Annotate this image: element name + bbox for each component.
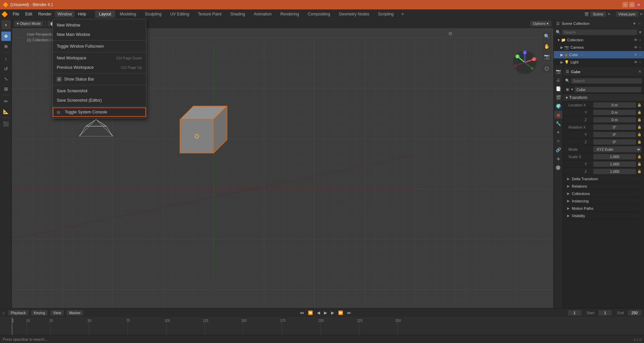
cube-viewport[interactable]: ○ (639, 53, 641, 57)
scale-y-value[interactable]: 1.000 (593, 161, 636, 167)
current-frame-input[interactable] (568, 310, 581, 315)
menu-item-window[interactable]: Window (55, 11, 75, 17)
menu-item-file[interactable]: File (10, 11, 22, 17)
end-frame-input[interactable] (628, 310, 641, 315)
jump-start-button[interactable]: ⏮ (298, 310, 305, 316)
object-name-input[interactable] (574, 87, 641, 92)
scale-z-value[interactable]: 1.000 (593, 169, 636, 174)
view-layer-settings-icon[interactable]: ✕ (640, 12, 643, 16)
tab-sculpting[interactable]: Sculpting (141, 10, 166, 18)
prop-tab-particles[interactable]: ✦ (554, 128, 562, 136)
light-viewport[interactable]: ○ (639, 60, 641, 64)
tab-shading[interactable]: Shading (226, 10, 249, 18)
tab-compositing[interactable]: Compositing (304, 10, 334, 18)
scale-z-lock[interactable]: 🔒 (637, 169, 641, 173)
move-tool[interactable]: ↕ (1, 54, 11, 63)
scene-settings-icon[interactable]: ✕ (607, 12, 610, 16)
view-layer-label[interactable]: ViewLayer (616, 11, 638, 17)
perspective-toggle[interactable]: ⬡ (542, 64, 551, 73)
dropdown-new-main-window[interactable]: New Main Window (53, 30, 146, 39)
add-cube-tool[interactable]: ⬛ (1, 119, 11, 129)
prop-tab-output[interactable]: 🖨 (554, 76, 562, 84)
viewport-gizmo[interactable]: X Y Z (511, 49, 538, 76)
instancing-section[interactable]: ▶ Instancing ··· (566, 197, 641, 205)
transform-tool[interactable]: ⊞ (1, 84, 11, 94)
marker-button[interactable]: Marker (66, 310, 83, 315)
collection-visibility-eye[interactable]: 👁 (634, 38, 638, 42)
cube-eye[interactable]: 👁 (634, 53, 638, 57)
location-y-value[interactable]: 0 m (593, 110, 636, 115)
zoom-in-button[interactable]: 🔍 (542, 32, 551, 41)
prop-tab-constraints[interactable]: 🔗 (554, 146, 562, 154)
tab-scripting[interactable]: Scripting (374, 10, 398, 18)
tab-rendering[interactable]: Rendering (276, 10, 303, 18)
tab-animation[interactable]: Animation (250, 10, 276, 18)
menu-item-help[interactable]: Help (75, 11, 89, 17)
outliner-item-camera[interactable]: ▶ 📷 Camera 👁 ○ (554, 44, 644, 51)
prop-tab-material[interactable]: ⬤ (554, 163, 562, 171)
location-y-lock[interactable]: 🔒 (637, 110, 641, 114)
prop-tab-scene[interactable]: 🎬 (554, 93, 562, 101)
location-z-value[interactable]: 0 m (593, 117, 636, 122)
tab-texture-paint[interactable]: Texture Paint (194, 10, 226, 18)
tab-layout[interactable]: Layout (95, 10, 115, 18)
viewport-options-button[interactable]: Options ▾ (530, 21, 551, 27)
outliner-toggle-icon[interactable]: ↔ (638, 21, 641, 26)
prev-frame-button[interactable]: ◀ (316, 310, 321, 316)
prop-tab-physics[interactable]: ⚛ (554, 137, 562, 145)
outliner-search-input[interactable] (562, 30, 637, 35)
transform-section-header[interactable]: ▾ Transform ··· (563, 94, 644, 101)
prop-tab-data[interactable]: ◈ (554, 154, 562, 162)
outliner-item-cube[interactable]: ▶ ▣ Cube ✓ 👁 ○ (554, 51, 644, 58)
tab-modeling[interactable]: Modeling (116, 10, 140, 18)
jump-end-button[interactable]: ⏭ (346, 310, 353, 316)
select-tool[interactable]: ✥ (1, 32, 11, 41)
delta-transform-section[interactable]: ▶ Delta Transform ··· (566, 175, 641, 183)
scale-x-lock[interactable]: 🔒 (637, 155, 641, 158)
tab-uv-editing[interactable]: UV Editing (166, 10, 193, 18)
outliner-filter-icon[interactable]: ▼ (633, 21, 636, 26)
camera-view-button[interactable]: 📷 (542, 52, 551, 61)
hand-button[interactable]: ✋ (542, 42, 551, 51)
next-keyframe-button[interactable]: ⏩ (337, 310, 344, 316)
rotation-y-lock[interactable]: 🔒 (637, 133, 641, 136)
dropdown-toggle-fullscreen[interactable]: Toggle Window Fullscreen (53, 42, 146, 51)
prop-tab-object[interactable]: ▣ (554, 111, 562, 119)
prev-keyframe-button[interactable]: ⏪ (307, 310, 314, 316)
timeline-ruler[interactable]: 1 10 25 50 75 100 125 150 175 200 225 25… (0, 317, 644, 335)
rotation-mode-select[interactable]: XYZ Euler (593, 146, 641, 152)
prop-settings-icon[interactable]: ✕ (638, 69, 641, 74)
minimize-button[interactable]: ─ (623, 2, 628, 7)
rotation-x-lock[interactable]: 🔒 (637, 125, 641, 129)
menu-item-render[interactable]: Render (36, 11, 54, 17)
scale-x-value[interactable]: 1.000 (593, 154, 636, 159)
dropdown-save-screenshot-editor[interactable]: Save Screenshot (Editor) (53, 96, 146, 105)
scale-tool[interactable]: ⤡ (1, 74, 11, 84)
mode-selector[interactable]: ▾ (1, 20, 11, 30)
prop-search-input[interactable] (571, 78, 642, 84)
maximize-button[interactable]: □ (629, 2, 635, 7)
menu-item-edit[interactable]: Edit (22, 11, 35, 17)
camera-eye[interactable]: 👁 (634, 45, 638, 49)
relations-section[interactable]: ▶ Relations ··· (566, 183, 641, 190)
location-x-lock[interactable]: 🔒 (637, 103, 641, 107)
measure-tool[interactable]: 📐 (1, 107, 11, 116)
dropdown-save-screenshot[interactable]: Save Screenshot (53, 86, 146, 96)
scene-label[interactable]: Scene (590, 11, 606, 17)
camera-viewport[interactable]: ○ (639, 45, 641, 49)
light-eye[interactable]: 👁 (634, 60, 638, 64)
rotation-z-lock[interactable]: 🔒 (637, 140, 641, 144)
dropdown-toggle-system-console[interactable]: ▤ Toggle System Console (53, 107, 146, 117)
close-button[interactable]: ✕ (636, 2, 641, 7)
collection-viewport-eye[interactable]: ○ (639, 38, 641, 42)
rotation-z-value[interactable]: 0° (593, 139, 636, 145)
add-workspace-button[interactable]: + (399, 10, 407, 18)
tab-geometry-nodes[interactable]: Geometry Nodes (335, 10, 373, 18)
view-button[interactable]: View (50, 310, 64, 315)
next-frame-button[interactable]: ▶ (330, 310, 335, 316)
rotation-y-value[interactable]: 0° (593, 132, 636, 137)
dropdown-prev-workspace[interactable]: Previous Workspace Ctrl Page Up (53, 63, 146, 72)
prop-tab-world[interactable]: 🌍 (554, 102, 562, 110)
outliner-filter-button[interactable]: ▼ (638, 30, 642, 34)
playback-button[interactable]: Playback (8, 310, 29, 315)
